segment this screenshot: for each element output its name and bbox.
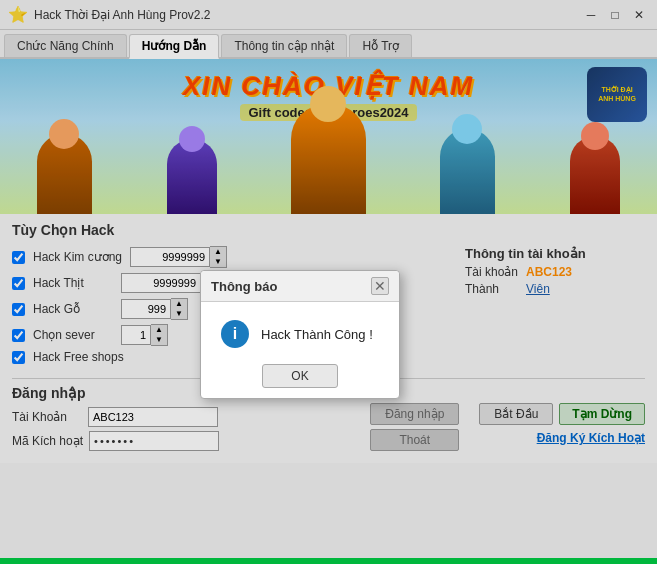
dialog-overlay: Thông báo ✕ i Hack Thành Công ! OK [0,0,657,564]
dialog-info-icon: i [221,320,249,348]
dialog-close-button[interactable]: ✕ [371,277,389,295]
dialog-title: Thông báo [211,279,277,294]
dialog-header: Thông báo ✕ [201,271,399,302]
dialog-message: Hack Thành Công ! [261,327,373,342]
dialog-thong-bao: Thông báo ✕ i Hack Thành Công ! OK [200,270,400,399]
dialog-body: i Hack Thành Công ! [201,302,399,358]
dialog-ok-button[interactable]: OK [262,364,337,388]
dialog-footer: OK [201,358,399,398]
